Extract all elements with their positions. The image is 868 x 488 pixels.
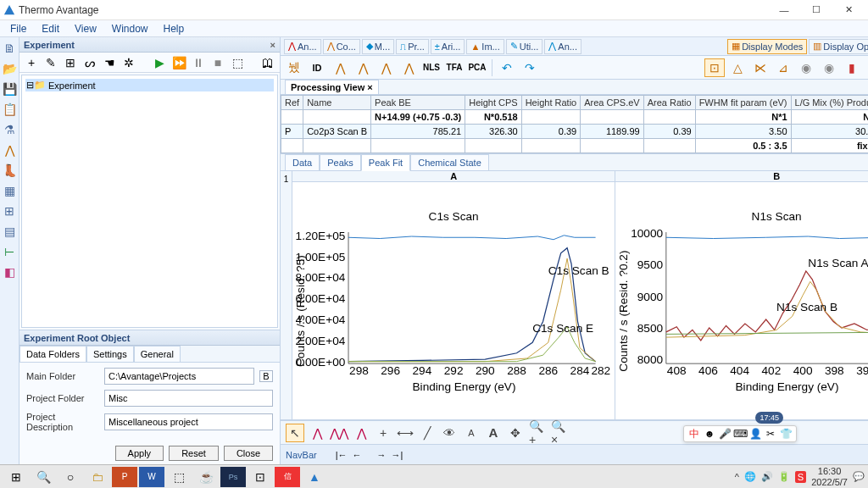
tray-bat-icon[interactable]: 🔋 bbox=[778, 471, 790, 482]
menu-edit[interactable]: Edit bbox=[38, 21, 63, 36]
play-all-icon[interactable]: ⏩ bbox=[171, 55, 186, 70]
nav-last-icon[interactable]: →| bbox=[392, 450, 403, 460]
ribbon-im[interactable]: ▲Im... bbox=[466, 39, 504, 54]
peak-tool-2[interactable]: ⋀ bbox=[352, 424, 370, 442]
experiment-close-icon[interactable]: × bbox=[270, 40, 275, 50]
rail-profile-icon[interactable]: 👢 bbox=[0, 163, 19, 178]
tb-app3-icon[interactable]: ⊡ bbox=[248, 467, 273, 487]
rail-survey-icon[interactable]: ⚗ bbox=[0, 122, 19, 137]
th-peak-be[interactable]: Peak BE bbox=[371, 96, 465, 110]
tab-close-icon[interactable]: × bbox=[367, 82, 372, 92]
pointer-tool[interactable]: ↖ bbox=[286, 424, 304, 442]
tb-cortana-icon[interactable]: ○ bbox=[58, 467, 83, 487]
ib-undo-icon[interactable]: ↶ bbox=[497, 58, 517, 77]
th-height-cps[interactable]: Height CPS bbox=[465, 96, 521, 110]
processing-view-tab[interactable]: Processing View × bbox=[285, 80, 379, 95]
tb-app4-icon[interactable]: 信 bbox=[275, 467, 300, 487]
browse-button[interactable]: B bbox=[259, 370, 273, 382]
ib-peak2-icon[interactable]: ⋀ bbox=[353, 58, 373, 77]
project-folder-input[interactable] bbox=[104, 390, 273, 407]
ib-nls-icon[interactable]: NLS bbox=[421, 58, 442, 77]
tree-root-item[interactable]: ⊟📁 Experiment bbox=[25, 79, 274, 92]
play-icon[interactable]: ▶ bbox=[152, 55, 167, 70]
ib-chart4-icon[interactable]: ⊿ bbox=[773, 58, 793, 77]
ib-bars-icon[interactable]: ▥ bbox=[865, 58, 868, 77]
book-icon[interactable]: 🕮 bbox=[260, 55, 275, 70]
ib-disc2-icon[interactable]: ◉ bbox=[819, 58, 839, 77]
rail-new-icon[interactable]: 🗎 bbox=[0, 41, 19, 56]
hand-icon[interactable]: ☚ bbox=[102, 55, 117, 70]
ribbon-display-options[interactable]: ▥Display Options bbox=[809, 39, 868, 54]
ribbon-display-modes[interactable]: ▦Display Modes bbox=[727, 39, 807, 54]
tb-avantage-icon[interactable]: ▲ bbox=[302, 467, 327, 487]
data-table-wrap[interactable]: Ref Name Peak BE Height CPS Height Ratio… bbox=[281, 95, 868, 154]
rail-peak-icon[interactable]: ⋀ bbox=[0, 142, 19, 158]
reset-button[interactable]: Reset bbox=[169, 446, 219, 461]
ribbon-m[interactable]: ◆M... bbox=[362, 39, 394, 54]
th-height-ratio[interactable]: Height Ratio bbox=[521, 96, 581, 110]
ribbon-an[interactable]: ⋀An... bbox=[284, 39, 321, 54]
chart-pane-b[interactable]: B N1s Scan Counts / s (Resid. ?0.2) Bind… bbox=[615, 171, 868, 419]
range-tool[interactable]: ⟷ bbox=[396, 424, 415, 442]
maximize-button[interactable]: ☐ bbox=[800, 1, 832, 19]
ib-bar-icon[interactable]: ▮ bbox=[842, 58, 862, 77]
tb-app2-icon[interactable]: ☕ bbox=[193, 467, 219, 487]
ribbon-an2[interactable]: ⋀An... bbox=[544, 39, 581, 54]
move-tool[interactable]: ✥ bbox=[506, 424, 525, 442]
ib-redo-icon[interactable]: ↷ bbox=[520, 58, 540, 77]
crosshair-tool[interactable]: + bbox=[374, 424, 392, 442]
th-area[interactable]: Area CPS.eV bbox=[581, 96, 643, 110]
th-ref[interactable]: Ref bbox=[281, 96, 303, 110]
record-icon[interactable]: ⬚ bbox=[230, 55, 245, 70]
text-small-tool[interactable]: A bbox=[462, 424, 481, 442]
ib-peak4-icon[interactable]: ⋀ bbox=[398, 58, 419, 77]
tray-up-icon[interactable]: ^ bbox=[735, 472, 739, 482]
tray-notif-icon[interactable]: 💬 bbox=[853, 471, 865, 482]
ib-chart1-icon[interactable]: ⊡ bbox=[704, 58, 725, 77]
tb-search-icon[interactable]: 🔍 bbox=[31, 467, 56, 487]
nav-first-icon[interactable]: |← bbox=[336, 450, 348, 460]
ib-peak1-icon[interactable]: ⋀ bbox=[330, 58, 350, 77]
tb-word-icon[interactable]: W bbox=[139, 467, 164, 487]
th-lg-mix[interactable]: L/G Mix (%) Product bbox=[791, 96, 868, 110]
th-area-ratio[interactable]: Area Ratio bbox=[643, 96, 695, 110]
add-icon[interactable]: + bbox=[24, 55, 39, 70]
menu-view[interactable]: View bbox=[71, 21, 100, 36]
nav-prev-icon[interactable]: ← bbox=[353, 450, 362, 460]
tray-vol-icon[interactable]: 🔊 bbox=[761, 471, 773, 482]
th-fwhm[interactable]: FWHM fit param (eV) bbox=[695, 96, 791, 110]
minimize-button[interactable]: — bbox=[768, 1, 800, 19]
ib-tfa-icon[interactable]: TFA bbox=[444, 58, 465, 77]
experiment-tree[interactable]: ⊟📁 Experiment bbox=[21, 75, 278, 328]
menu-help[interactable]: Help bbox=[160, 21, 188, 36]
subtab-chem-state[interactable]: Chemical State bbox=[410, 154, 489, 171]
peak-tool-1[interactable]: ⋀ bbox=[308, 424, 326, 442]
text-large-tool[interactable]: A bbox=[484, 424, 503, 442]
menu-window[interactable]: Window bbox=[108, 21, 152, 36]
tray-net-icon[interactable]: 🌐 bbox=[744, 471, 756, 482]
line-tool[interactable]: ╱ bbox=[418, 424, 437, 442]
tray-ime-icon[interactable]: S bbox=[795, 471, 806, 483]
gear-icon[interactable]: ✲ bbox=[121, 55, 136, 70]
menu-file[interactable]: File bbox=[7, 21, 30, 36]
ribbon-co[interactable]: ⋀Co... bbox=[323, 39, 360, 54]
zoom-out-tool[interactable]: 🔍× bbox=[550, 424, 569, 442]
wand-icon[interactable]: ✎ bbox=[43, 55, 58, 70]
zoom-in-tool[interactable]: 🔍+ bbox=[528, 424, 547, 442]
pause-icon[interactable]: ⏸ bbox=[191, 55, 206, 70]
chart-pane-a[interactable]: A C1s Scan Counts / s (Resid. ?5) Bindin… bbox=[292, 171, 615, 419]
project-desc-input[interactable] bbox=[104, 413, 273, 430]
rail-print-icon[interactable]: 📋 bbox=[0, 102, 19, 117]
ribbon-pr[interactable]: ⎍Pr... bbox=[396, 39, 429, 54]
ib-disc-icon[interactable]: ◉ bbox=[796, 58, 816, 77]
ribbon-uti[interactable]: ✎Uti... bbox=[506, 39, 543, 54]
rail-3d-icon[interactable]: ▦ bbox=[0, 183, 19, 198]
tb-folder-icon[interactable]: 🗀 bbox=[85, 467, 110, 487]
ib-id-icon[interactable]: ID bbox=[307, 58, 327, 77]
tb-ps-icon[interactable]: Ps bbox=[220, 467, 246, 487]
ib-pca-icon[interactable]: PCA bbox=[467, 58, 487, 77]
subtab-peak-fit[interactable]: Peak Fit bbox=[361, 154, 410, 171]
main-folder-input[interactable] bbox=[104, 368, 254, 385]
ib-survey-icon[interactable]: 뉐 bbox=[284, 58, 304, 77]
eye-tool[interactable]: 👁 bbox=[440, 424, 459, 442]
